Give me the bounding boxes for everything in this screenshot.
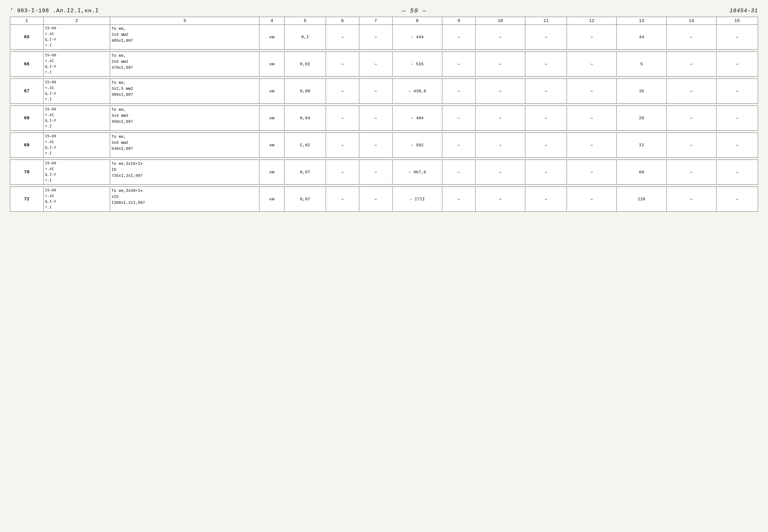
row-spacer xyxy=(10,77,758,79)
row-5-col-9: – xyxy=(442,133,475,158)
row-5-col-3: То же, 3х6 мм2 540хI,097 xyxy=(110,133,259,158)
row-2-col-2: I5–09 т.4I Ц.I–У т.I xyxy=(43,52,110,77)
row-4-col-3: То же, 3х4 мм2 450хI,097 xyxy=(110,106,259,131)
row-3-col-2: I5–09 т.4I Ц.I–У т.I xyxy=(43,79,110,104)
row-1-col-13: 44 xyxy=(617,25,666,50)
row-7-col-1: 7I xyxy=(10,187,44,212)
row-1-col-11: – xyxy=(525,25,567,50)
row-3-col-7: – xyxy=(359,79,392,104)
col-header-14: 14 xyxy=(666,17,716,25)
row-1-col-5: 0,I xyxy=(284,25,326,50)
row-7-col-11: – xyxy=(525,187,567,212)
row-3-col-11: – xyxy=(525,79,567,104)
row-5-col-7: – xyxy=(359,133,392,158)
col-header-9: 9 xyxy=(442,17,475,25)
row-3-col-10: – xyxy=(475,79,525,104)
row-7-col-4: км xyxy=(259,187,284,212)
row-7-col-13: I20 xyxy=(617,187,666,212)
col-header-6: 6 xyxy=(326,17,359,25)
row-1-col-7: – xyxy=(359,25,392,50)
row-6-col-5: 0,07 xyxy=(284,160,326,185)
col-header-1: 1 xyxy=(10,17,44,25)
row-2-col-14: – xyxy=(666,52,716,77)
row-1-col-3: То же, 2х4 мм2 405хI,097 xyxy=(110,25,259,50)
row-2-col-11: – xyxy=(525,52,567,77)
row-2-col-5: 0,0I xyxy=(284,52,326,77)
doc-reference: ' 903-I-198 .Ал.I2.I,кн.I xyxy=(10,8,99,14)
row-1-col-4: км xyxy=(259,25,284,50)
row-3-col-14: – xyxy=(666,79,716,104)
row-4-col-1: 68 xyxy=(10,106,44,131)
row-2-col-10: – xyxy=(475,52,525,77)
row-2-col-9: – xyxy=(442,52,475,77)
row-7-col-3: То же,3х50+Iх х25 I300хI,2хI,097 xyxy=(110,187,259,212)
row-3-col-3: То же, 3х2,5 мм2 400хI,097 xyxy=(110,79,259,104)
row-6-col-8: – 967,6 xyxy=(392,160,442,185)
row-5-col-11: – xyxy=(525,133,567,158)
row-6-col-13: 68 xyxy=(617,160,666,185)
row-6-col-12: – xyxy=(567,160,617,185)
row-6-col-2: I5–09 т.4I Ц.I–У т.I xyxy=(43,160,110,185)
row-3-col-6: – xyxy=(326,79,359,104)
row-spacer xyxy=(10,104,758,106)
col-header-15: 15 xyxy=(716,17,758,25)
row-4-col-2: I5–09 т.4I Ц.I–У т.I xyxy=(43,106,110,131)
row-4-col-15: – xyxy=(716,106,758,131)
row-6-col-10: – xyxy=(475,160,525,185)
row-5-col-13: I2 xyxy=(617,133,666,158)
row-7-col-7: – xyxy=(359,187,392,212)
table-row: 7II5–09 т.4I Ц.I–У т.IТо же,3х50+Iх х25 … xyxy=(10,187,758,212)
row-1-col-15: – xyxy=(716,25,758,50)
row-3-col-12: – xyxy=(567,79,617,104)
table-row: 67I5–09 т.4I Ц.I–У т.IТо же, 3х2,5 мм2 4… xyxy=(10,79,758,104)
row-spacer xyxy=(10,158,758,160)
row-4-col-6: – xyxy=(326,106,359,131)
row-2-col-7: – xyxy=(359,52,392,77)
row-4-col-10: – xyxy=(475,106,525,131)
row-5-col-10: – xyxy=(475,133,525,158)
row-6-col-4: км xyxy=(259,160,284,185)
row-7-col-6: – xyxy=(326,187,359,212)
row-6-col-1: 70 xyxy=(10,160,44,185)
row-1-col-1: 65 xyxy=(10,25,44,50)
row-2-col-12: – xyxy=(567,52,617,77)
row-2-col-3: То же, 2х6 мм2 470хI,097 xyxy=(110,52,259,77)
row-4-col-5: 0,04 xyxy=(284,106,326,131)
row-4-col-14: – xyxy=(666,106,716,131)
row-1-col-10: – xyxy=(475,25,525,50)
row-4-col-8: – 494 xyxy=(392,106,442,131)
row-2-col-6: – xyxy=(326,52,359,77)
row-4-col-9: – xyxy=(442,106,475,131)
row-7-col-2: I5–09 т.4I Ц.I–У т.I xyxy=(43,187,110,212)
row-2-col-15: – xyxy=(716,52,758,77)
col-header-7: 7 xyxy=(359,17,392,25)
table-row: 68I5–09 т.4I Ц.I–У т.IТо же, 3х4 мм2 450… xyxy=(10,106,758,131)
table-row: 69I5–09 т.4I Ц.I–У т.IТо же, 3х6 мм2 540… xyxy=(10,133,758,158)
col-header-11: 11 xyxy=(525,17,567,25)
col-header-8: 8 xyxy=(392,17,442,25)
row-2-col-8: – 5I6 xyxy=(392,52,442,77)
row-5-col-15: – xyxy=(716,133,758,158)
row-3-col-5: 0,08 xyxy=(284,79,326,104)
row-5-col-4: км xyxy=(259,133,284,158)
row-1-col-12: – xyxy=(567,25,617,50)
col-header-12: 12 xyxy=(567,17,617,25)
row-5-col-12: – xyxy=(567,133,617,158)
row-6-col-3: То же,3хI6+Iх I0 735хI,2хI,097 xyxy=(110,160,259,185)
row-7-col-9: – xyxy=(442,187,475,212)
row-spacer xyxy=(10,185,758,187)
table-row: 65I5–09 т.4I Ц.I–У т.IТо же, 2х4 мм2 405… xyxy=(10,25,758,50)
row-3-col-1: 67 xyxy=(10,79,44,104)
row-7-col-14: – xyxy=(666,187,716,212)
row-6-col-11: – xyxy=(525,160,567,185)
col-header-2: 2 xyxy=(43,17,110,25)
col-header-13: 13 xyxy=(617,17,666,25)
row-1-col-2: I5–09 т.4I Ц.I–У т.I xyxy=(43,25,110,50)
row-4-col-13: 20 xyxy=(617,106,666,131)
table-row: 70I5–09 т.4I Ц.I–У т.IТо же,3хI6+Iх I0 7… xyxy=(10,160,758,185)
row-7-col-10: – xyxy=(475,187,525,212)
row-2-col-13: 5 xyxy=(617,52,666,77)
page-number: — 59 — xyxy=(402,8,427,14)
row-3-col-8: – 438,8 xyxy=(392,79,442,104)
row-7-col-5: 0,07 xyxy=(284,187,326,212)
